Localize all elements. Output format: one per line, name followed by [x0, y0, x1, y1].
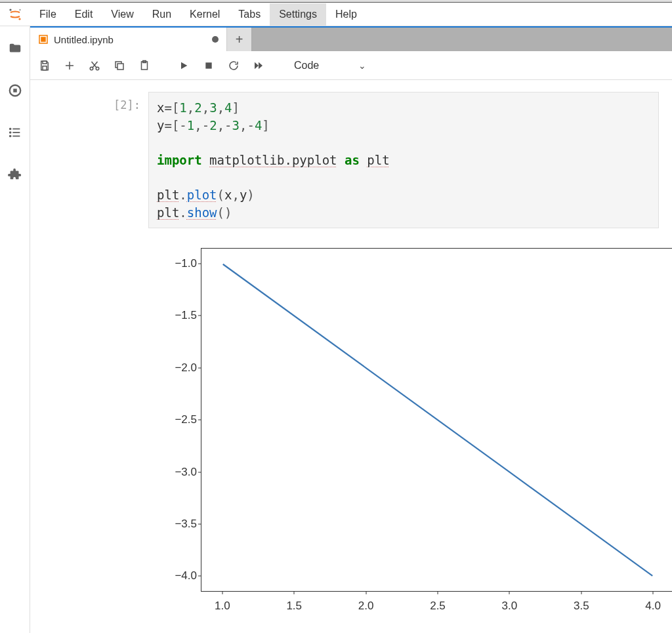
xtick-label: 3.0: [502, 600, 518, 613]
line-plot: −1.0−1.5−2.0−2.5−3.0−3.5−4.01.01.52.02.5…: [148, 237, 672, 624]
menu-file[interactable]: File: [30, 3, 66, 26]
menubar: FileEditViewRunKernelTabsSettingsHelp: [0, 3, 672, 26]
tab-bar: Untitled.ipynb +: [30, 26, 672, 51]
svg-rect-13: [43, 61, 47, 64]
celltype-label: Code: [294, 60, 319, 71]
copy-icon[interactable]: [113, 59, 126, 72]
menu-settings[interactable]: Settings: [270, 3, 326, 26]
save-icon[interactable]: [38, 59, 51, 72]
stop-icon[interactable]: [202, 59, 215, 72]
unsaved-indicator-icon: [212, 36, 219, 43]
svg-rect-21: [117, 64, 123, 70]
xtick-label: 1.0: [215, 600, 230, 613]
code-editor[interactable]: x=[1,2,3,4] y=[-1,-2,-3,-4] import matpl…: [148, 92, 659, 228]
svg-rect-24: [205, 62, 211, 68]
notebook-icon: [38, 34, 49, 45]
svg-point-8: [9, 129, 10, 130]
cut-icon[interactable]: [88, 59, 101, 72]
menu-edit[interactable]: Edit: [66, 3, 102, 26]
extension-icon[interactable]: [7, 167, 23, 182]
svg-rect-14: [43, 66, 47, 70]
menu-view[interactable]: View: [102, 3, 142, 26]
xtick-label: 2.0: [358, 600, 374, 613]
menu-tabs[interactable]: Tabs: [229, 3, 270, 26]
svg-rect-12: [41, 37, 45, 41]
restart-icon[interactable]: [227, 59, 240, 72]
cell-output: −1.0−1.5−2.0−2.5−3.0−3.5−4.01.01.52.02.5…: [148, 228, 659, 624]
xtick-label: 1.5: [286, 600, 302, 613]
svg-point-0: [9, 9, 11, 10]
svg-rect-4: [13, 89, 17, 92]
notebook-tab[interactable]: Untitled.ipynb: [30, 28, 227, 51]
folder-icon[interactable]: [7, 41, 23, 56]
ytick-label: −1.0: [148, 257, 197, 270]
ytick-label: −2.5: [148, 413, 197, 426]
celltype-select[interactable]: Code ⌄: [291, 60, 369, 71]
menu-kernel[interactable]: Kernel: [180, 3, 229, 26]
ytick-label: −3.5: [148, 518, 197, 531]
new-tab-button[interactable]: +: [227, 28, 252, 51]
plot-axes: [201, 248, 672, 592]
ytick-label: −1.5: [148, 309, 197, 322]
paste-icon[interactable]: [138, 59, 151, 72]
xtick-label: 2.5: [430, 600, 446, 613]
fast-forward-icon[interactable]: [252, 59, 265, 72]
ytick-label: −4.0: [148, 569, 197, 582]
chevron-down-icon: ⌄: [358, 60, 366, 71]
svg-point-10: [9, 136, 10, 137]
xtick-label: 3.5: [574, 600, 589, 613]
notebook-toolbar: Code ⌄: [30, 51, 672, 80]
toc-icon[interactable]: [7, 125, 23, 140]
code-cell[interactable]: [2]: x=[1,2,3,4] y=[-1,-2,-3,-4] import …: [30, 92, 659, 228]
svg-line-19: [93, 62, 98, 68]
notebook-area[interactable]: [2]: x=[1,2,3,4] y=[-1,-2,-3,-4] import …: [30, 80, 672, 633]
xtick-label: 4.0: [645, 600, 661, 613]
plot-line: [201, 249, 672, 592]
svg-point-9: [9, 132, 10, 133]
menu-run[interactable]: Run: [143, 3, 180, 26]
tab-title: Untitled.ipynb: [54, 34, 207, 45]
running-icon[interactable]: [7, 83, 23, 98]
ytick-label: −2.0: [148, 361, 197, 375]
add-icon[interactable]: [63, 59, 76, 72]
ytick-label: −3.0: [148, 466, 197, 479]
svg-point-2: [19, 9, 20, 10]
menu-help[interactable]: Help: [326, 3, 366, 26]
svg-line-20: [92, 62, 97, 68]
run-icon[interactable]: [177, 59, 190, 72]
left-sidebar: [0, 26, 30, 633]
exec-prompt: [2]:: [30, 92, 148, 112]
svg-point-1: [18, 18, 20, 20]
jupyter-logo[interactable]: [0, 7, 30, 22]
